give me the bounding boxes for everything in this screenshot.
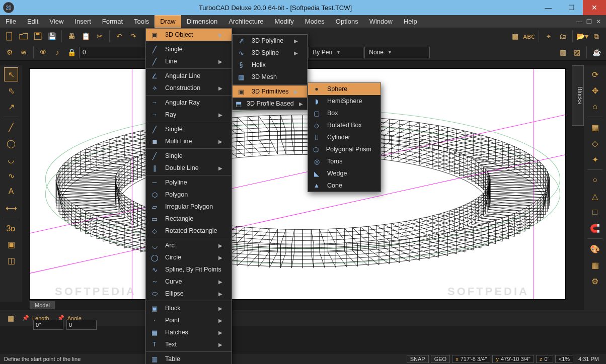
inspector-grid-icon[interactable]: ▦ [4, 312, 17, 325]
snap-toggle-button[interactable]: ⌖ [542, 30, 555, 43]
side-panel-blocks-tab[interactable]: Blocks [572, 65, 584, 126]
open-library-button[interactable]: 📂▾ [576, 30, 589, 43]
menu-item-curve[interactable]: ～Curve▶ [146, 276, 232, 288]
box-tool[interactable]: ▣ [4, 237, 18, 251]
menu-item-3d-polyline[interactable]: ⇗3D Polyline▶ [233, 35, 307, 47]
menu-dimension[interactable]: Dimension [181, 15, 223, 28]
menu-item-hatches[interactable]: ▦Hatches▶ [146, 326, 232, 338]
mdi-close-button[interactable]: ✕ [596, 18, 601, 25]
layers-button[interactable]: ≋ [17, 46, 30, 59]
menu-item-single[interactable]: ╱Single [146, 123, 232, 135]
menu-modes[interactable]: Modes [299, 15, 330, 28]
menu-item-ray[interactable]: →Ray▶ [146, 109, 232, 121]
menu-item-polygonal-prism[interactable]: ⬡Polygonal Prism [308, 143, 381, 155]
magnet-icon[interactable]: 🧲 [588, 221, 602, 235]
menu-item-torus[interactable]: ◎Torus [308, 155, 381, 167]
palette-button[interactable]: 🎨 [588, 242, 602, 256]
3d-tool[interactable]: 3ᴅ [4, 221, 18, 235]
menu-item-hemisphere[interactable]: ◗HemiSphere [308, 95, 381, 107]
clipboard-button[interactable]: 📋 [79, 30, 92, 43]
pick-tool[interactable]: ↗ [4, 100, 18, 114]
cut-button[interactable]: ✂ [93, 30, 106, 43]
select-arrow-tool[interactable]: ⬁ [4, 83, 18, 98]
lights-button[interactable]: ✦ [588, 152, 602, 166]
window-maximize-button[interactable]: ☐ [560, 0, 583, 15]
menu-architecture[interactable]: Architecture [223, 15, 269, 28]
snap-center-icon[interactable]: ○ [588, 173, 602, 187]
settings-button[interactable]: ⚙ [3, 46, 16, 59]
spline-tool[interactable]: ∿ [4, 168, 18, 183]
extrude-tool[interactable]: ◫ [4, 253, 18, 267]
new-file-button[interactable] [3, 30, 16, 43]
menu-item-construction[interactable]: ✧Construction▶ [146, 82, 232, 94]
style-combo[interactable]: None▼ [364, 47, 430, 58]
pen-combo[interactable]: By Pen▼ [308, 47, 363, 58]
coffee-icon[interactable]: ☕ [590, 46, 603, 59]
menu-item-box[interactable]: ▢Box [308, 107, 381, 119]
menu-item-angular-line[interactable]: ∠Angular Line [146, 70, 232, 82]
snap-toggle[interactable]: SNAP [407, 355, 429, 363]
menu-item-wedge[interactable]: ◣Wedge [308, 167, 381, 179]
menu-modify[interactable]: Modify [269, 15, 299, 28]
menu-item-single[interactable]: ╱Single [146, 43, 232, 55]
window-close-button[interactable]: ✕ [583, 0, 606, 15]
layer-manager-button[interactable]: 🗂 [556, 30, 569, 43]
menu-item-point[interactable]: ·Point▶ [146, 314, 232, 326]
snap-mid-icon[interactable]: △ [588, 189, 602, 203]
menu-item-double-line[interactable]: ∥Double Line▶ [146, 162, 232, 174]
menu-item-table[interactable]: ▥Table [146, 353, 232, 364]
menu-format[interactable]: Format [97, 15, 128, 28]
settings-2-button[interactable]: ⚙ [588, 274, 602, 288]
menu-draw[interactable]: Draw [155, 15, 181, 28]
pattern-2-button[interactable]: ▨ [570, 46, 583, 59]
menu-item-ellipse[interactable]: ⬭Ellipse▶ [146, 288, 232, 300]
pattern-1-button[interactable]: ▥ [556, 46, 569, 59]
snap-end-icon[interactable]: □ [588, 205, 602, 219]
menu-insert[interactable]: Insert [69, 15, 97, 28]
menu-item-text[interactable]: TText▶ [146, 338, 232, 350]
menu-item-3d-spline[interactable]: ∿3D Spline▶ [233, 47, 307, 59]
window-minimize-button[interactable]: — [537, 0, 560, 15]
save-all-button[interactable]: 💾 [45, 30, 58, 43]
menu-edit[interactable]: Edit [22, 15, 44, 28]
menu-item-cylinder[interactable]: ⌷Cylinder [308, 131, 381, 143]
menu-view[interactable]: View [44, 15, 69, 28]
menu-item-3d-profile-based[interactable]: ⬒3D Profile Based▶ [233, 98, 307, 110]
grid-toggle-button[interactable]: ▦ [508, 30, 521, 43]
lock-icon[interactable]: 🔒 [65, 46, 78, 59]
menu-item-angular-ray[interactable]: →Angular Ray [146, 97, 232, 109]
save-button[interactable] [31, 30, 44, 43]
angle-field[interactable] [66, 320, 97, 330]
render-button[interactable]: ◇ [588, 136, 602, 150]
menu-item-line[interactable]: ╱Line▶ [146, 55, 232, 67]
grid-button[interactable]: ▦ [588, 258, 602, 272]
menu-item-rotated-rectangle[interactable]: ◇Rotated Rectangle [146, 225, 232, 237]
menu-item-sphere[interactable]: ●Sphere [308, 83, 381, 95]
home-view-button[interactable]: ⌂ [588, 100, 602, 114]
menu-file[interactable]: File [0, 15, 22, 28]
menu-help[interactable]: Help [398, 15, 423, 28]
menu-item-rotated-box[interactable]: ◇Rotated Box [308, 119, 381, 131]
open-file-button[interactable] [17, 30, 30, 43]
mdi-minimize-button[interactable]: — [576, 18, 582, 25]
note-icon[interactable]: ♪ [51, 46, 64, 59]
menu-item-block[interactable]: ▣Block▶ [146, 302, 232, 314]
menu-item-single[interactable]: ╱Single [146, 150, 232, 162]
line-tool[interactable]: ╱ [4, 120, 18, 134]
menu-window[interactable]: Window [364, 15, 398, 28]
print-button[interactable]: 🖶 [65, 30, 78, 43]
block-manager-button[interactable]: ⧉ [590, 30, 603, 43]
menu-item-3d-mesh[interactable]: ▦3D Mesh [233, 71, 307, 83]
tab-model[interactable]: Model [29, 301, 55, 310]
dimension-tool[interactable]: ⟷ [4, 201, 18, 215]
redo-button[interactable]: ↷ [127, 30, 140, 43]
circle-tool[interactable]: ◯ [4, 136, 18, 150]
menu-tools[interactable]: Tools [128, 15, 155, 28]
menu-item-cone[interactable]: ▲Cone [308, 179, 381, 192]
menu-item-arc[interactable]: ◡Arc▶ [146, 239, 232, 251]
menu-item-irregular-polygon[interactable]: ▱Irregular Polygon [146, 201, 232, 213]
menu-options[interactable]: Options [330, 15, 364, 28]
materials-button[interactable]: ▦ [588, 120, 602, 134]
mdi-restore-button[interactable]: ❐ [586, 18, 592, 25]
menu-item-multi-line[interactable]: ≣Multi Line▶ [146, 135, 232, 147]
